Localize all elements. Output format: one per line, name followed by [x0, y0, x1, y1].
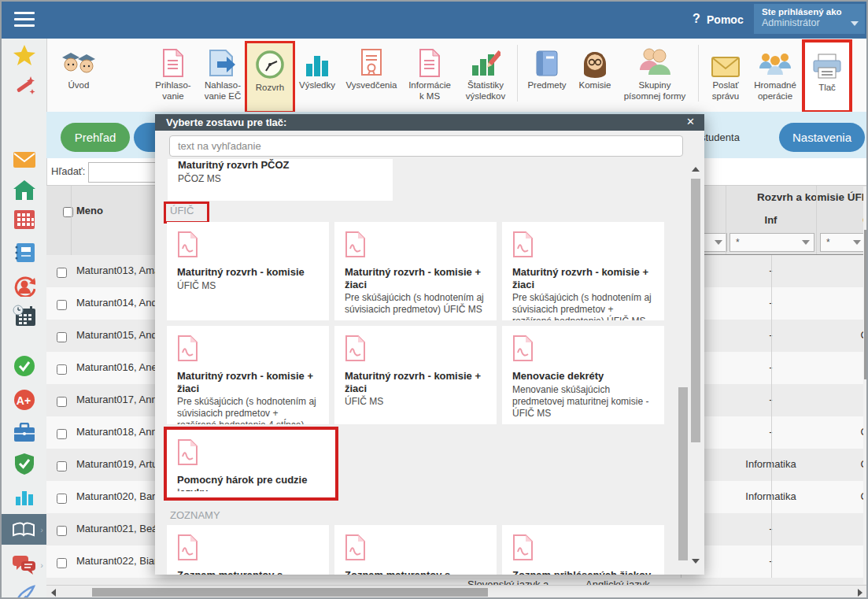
pen-icon: [13, 584, 35, 599]
logged-in-user-box[interactable]: Ste prihlásený ako Administrátor: [754, 4, 865, 34]
row-checkbox[interactable]: [57, 429, 67, 439]
select-all-checkbox[interactable]: [63, 207, 73, 217]
sidebar-item-maturita[interactable]: ›: [2, 514, 46, 545]
star-icon: [13, 44, 36, 66]
scroll-up-icon[interactable]: [692, 167, 700, 172]
report-card-featured[interactable]: Pomocný hárok pre cudzie jazyky: [167, 430, 329, 491]
toolbar-item-statistiky[interactable]: Štatistikyvýsledkov: [457, 43, 514, 108]
pdf-icon: [177, 439, 198, 465]
toolbar-item-informacie-k-ms[interactable]: Informáciek MS: [402, 43, 457, 108]
scroll-right-icon[interactable]: [858, 589, 862, 597]
report-card[interactable]: Zoznam maturantov s: [167, 525, 329, 575]
row-checkbox[interactable]: [57, 332, 67, 342]
report-search-input[interactable]: [169, 135, 683, 157]
teal-bars-icon: [294, 43, 340, 78]
toolbar-item-hromadne-operacie[interactable]: Hromadnéoperácie: [748, 43, 802, 108]
row-checkbox[interactable]: [57, 300, 67, 310]
row-checkbox[interactable]: [57, 268, 67, 278]
inner-scrollbar-thumb[interactable]: [678, 387, 688, 560]
sidebar-item-calendar-clock[interactable]: [2, 301, 46, 331]
sidebar-item-notes[interactable]: [2, 580, 46, 599]
toolbar-item-vysledky[interactable]: Výsledky: [294, 43, 340, 108]
toolbar-item-tlac[interactable]: Tlač: [802, 39, 852, 113]
toolbar-item-poslat-spravu[interactable]: Poslaťsprávu: [704, 43, 747, 108]
report-card[interactable]: Maturitný rozvrh - komisie + žiaciPre sk…: [334, 222, 497, 320]
pdf-icon: [512, 231, 534, 257]
horizontal-scrollbar[interactable]: [46, 585, 868, 599]
vertical-scrollbar[interactable]: [863, 187, 868, 584]
chevron-right-icon: ›: [40, 525, 43, 534]
sidebar-item-favorites[interactable]: [2, 40, 46, 70]
filter-dropdown-geo[interactable]: *: [820, 233, 866, 252]
close-icon[interactable]: ✕: [686, 116, 695, 128]
modal-scrollbar-thumb[interactable]: [691, 179, 700, 442]
sidebar-item-gradebook[interactable]: [2, 238, 46, 268]
sidebar-item-chat[interactable]: ›: [2, 550, 46, 580]
topbar-help-button[interactable]: Pomoc: [707, 13, 744, 26]
sidebar-item-security[interactable]: [2, 449, 46, 479]
toolbar-item-predmety[interactable]: Predmety: [523, 43, 571, 108]
column-header-meno: Meno: [76, 205, 103, 216]
sidebar-item-messages[interactable]: [2, 145, 46, 175]
report-card[interactable]: Zoznam maturantov s: [334, 525, 497, 575]
sidebar-item-statistics[interactable]: [2, 482, 46, 512]
report-card[interactable]: Menovacie dekrétyMenovanie skúšajúcich p…: [502, 326, 664, 424]
home-icon: [13, 179, 36, 201]
prehlad-tab-button[interactable]: Prehľad: [61, 123, 130, 152]
scroll-down-icon[interactable]: [692, 559, 700, 564]
help-question-icon[interactable]: ?: [693, 12, 700, 26]
nastavenia-button[interactable]: Nastavenia: [779, 123, 865, 152]
column-separator: [726, 186, 726, 256]
shield-check-icon: [14, 453, 35, 475]
report-card[interactable]: Maturitný rozvrh - komisie + žiaciÚFIČ M…: [334, 326, 497, 424]
filter-dropdown-inf[interactable]: *: [729, 233, 814, 252]
report-card[interactable]: Maturitný rozvrh PČOZ PČOZ MS: [168, 159, 393, 201]
notebook-icon: [13, 242, 35, 263]
modal-header: Vyberte zostavu pre tlač: ✕: [155, 114, 704, 131]
scrollbar-thumb[interactable]: [92, 588, 488, 597]
toolbar-item-komisie[interactable]: Komisie: [572, 43, 618, 108]
report-card[interactable]: Maturitný rozvrh - komisie + žiaciPre sk…: [167, 326, 329, 424]
sidebar-item-timetable[interactable]: [2, 205, 46, 235]
check-circle-icon: [13, 355, 35, 377]
scrollbar-thumb[interactable]: [864, 230, 868, 379]
row-checkbox[interactable]: [57, 461, 67, 471]
hamburger-menu-icon[interactable]: [14, 12, 35, 28]
sidebar-item-grades[interactable]: A+: [2, 385, 46, 415]
toolbar-item-prihlasovanie[interactable]: Prihlaso-vanie: [149, 43, 198, 108]
row-checkbox[interactable]: [57, 364, 67, 375]
pdf-icon: [345, 335, 366, 361]
report-card[interactable]: Zoznam prihlásených žiakov na: [502, 525, 664, 575]
pdf-icon: [177, 335, 198, 361]
scroll-left-icon[interactable]: [51, 589, 56, 597]
sidebar-item-approved[interactable]: [2, 351, 46, 381]
clock-icon: [247, 46, 293, 80]
toolbar-item-nahlasovanie-ec[interactable]: Nahlaso-vanie EČ: [198, 43, 248, 108]
pdf-icon: [512, 335, 534, 361]
sidebar-item-wizard[interactable]: [2, 71, 46, 101]
modal-title: Vyberte zostavu pre tlač:: [166, 116, 286, 128]
sidebar-item-home[interactable]: [2, 175, 46, 205]
pdf-icon: [177, 231, 198, 257]
row-checkbox[interactable]: [57, 494, 67, 504]
envelope-icon: [704, 43, 747, 78]
app-window: ? Pomoc Ste prihlásený ako Administrátor…: [0, 0, 868, 599]
column-header-inf: Inf: [726, 214, 816, 226]
toolbar-item-vysvedcenia[interactable]: Vysvedčenia: [342, 43, 401, 108]
toolbar-item-pomoc[interactable]: ? Pomoc: [862, 43, 868, 108]
row-checkbox[interactable]: [57, 558, 67, 568]
sidebar-item-person-sync[interactable]: [2, 271, 46, 301]
calendar-grid-icon: [13, 209, 35, 230]
report-card[interactable]: Maturitný rozvrh - komisie + žiaciPre sk…: [502, 222, 664, 320]
toolbar-item-skupiny[interactable]: Skupinypísomnej formy: [618, 43, 692, 108]
report-card[interactable]: Maturitný rozvrh - komisieÚFIČ MS: [167, 222, 329, 320]
sidebar-item-briefcase[interactable]: [2, 417, 46, 447]
section-label-ufic: ÚFIČ: [170, 205, 194, 216]
briefcase-icon: [13, 423, 35, 442]
top-bar: ? Pomoc Ste prihlásený ako Administrátor: [2, 2, 868, 39]
toolbar-item-rozvrh[interactable]: Rozvrh: [245, 41, 295, 113]
magic-wand-icon: [13, 75, 35, 97]
row-checkbox[interactable]: [57, 397, 67, 407]
row-checkbox[interactable]: [57, 526, 67, 536]
toolbar-item-uvod[interactable]: Úvod: [57, 43, 101, 108]
